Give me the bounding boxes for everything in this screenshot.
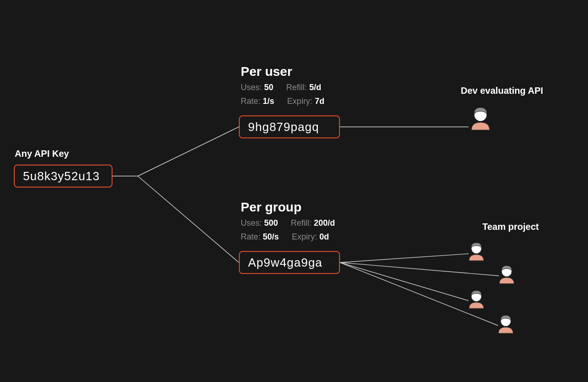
per-group-uses-value: 500 xyxy=(264,218,278,228)
per-user-expiry-value: 7d xyxy=(315,97,324,106)
per-user-key-text: 9hg879pagq xyxy=(248,120,319,134)
per-user-title: Per user xyxy=(241,64,292,79)
per-group-refill-label: Refill: xyxy=(291,218,311,228)
diagram-canvas: Any API Key 5u8k3y52u13 Per user Uses: 5… xyxy=(0,0,588,382)
person-icon xyxy=(496,312,515,334)
per-group-expiry-value: 0d xyxy=(319,232,329,241)
root-key-text: 5u8k3y52u13 xyxy=(23,169,100,183)
root-title: Any API Key xyxy=(15,148,69,159)
svg-line-1 xyxy=(138,127,239,176)
person-icon xyxy=(467,239,486,261)
per-group-rate-value: 50/s xyxy=(263,232,279,241)
person-icon xyxy=(467,287,486,309)
per-user-refill-label: Refill: xyxy=(286,83,307,92)
per-user-expiry-label: Expiry: xyxy=(287,97,312,106)
per-user-key-box: 9hg879pagq xyxy=(239,115,340,138)
per-group-audience: Team project xyxy=(482,222,539,232)
per-group-rate-label: Rate: xyxy=(241,232,260,241)
per-user-rate-label: Rate: xyxy=(241,97,260,106)
root-key-box: 5u8k3y52u13 xyxy=(14,165,113,188)
per-group-expiry-label: Expiry: xyxy=(292,232,317,241)
per-user-uses-label: Uses: xyxy=(241,83,262,92)
svg-line-4 xyxy=(340,254,469,262)
per-group-uses-label: Uses: xyxy=(241,218,262,228)
per-user-uses-value: 50 xyxy=(264,83,273,92)
person-icon xyxy=(469,103,492,131)
svg-line-2 xyxy=(138,176,239,262)
svg-line-6 xyxy=(340,262,469,301)
per-group-stats-row1: Uses: 500 Refill: 200/d xyxy=(241,218,335,228)
svg-line-5 xyxy=(340,262,499,276)
per-group-stats-row2: Rate: 50/s Expiry: 0d xyxy=(241,232,329,242)
per-user-stats-row2: Rate: 1/s Expiry: 7d xyxy=(241,97,324,106)
per-group-key-box: Ap9w4ga9ga xyxy=(239,251,340,274)
per-user-stats-row1: Uses: 50 Refill: 5/d xyxy=(241,83,321,92)
person-icon xyxy=(497,262,516,284)
per-user-refill-value: 5/d xyxy=(309,83,321,92)
per-group-title: Per group xyxy=(241,200,301,215)
per-group-refill-value: 200/d xyxy=(314,218,335,228)
per-group-key-text: Ap9w4ga9ga xyxy=(248,256,322,270)
per-user-rate-value: 1/s xyxy=(263,97,274,106)
per-user-audience: Dev evaluating API xyxy=(461,86,543,96)
